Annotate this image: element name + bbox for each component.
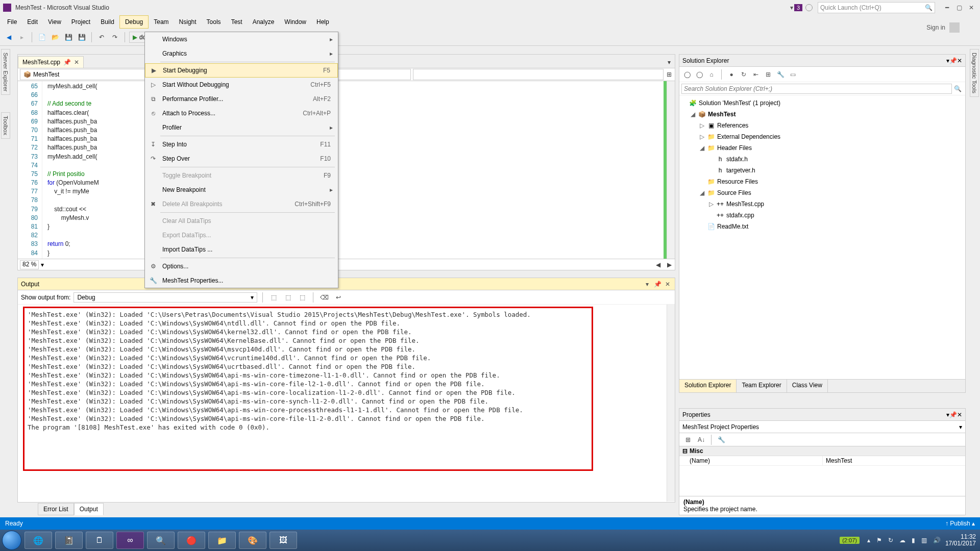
close-pane-icon[interactable]: ✕ (664, 280, 672, 288)
source-files-node[interactable]: Source Files (717, 189, 751, 196)
function-dropdown[interactable] (413, 69, 664, 80)
back-icon[interactable]: ◯ (682, 70, 692, 79)
code-content[interactable]: myMesh.add_cell( // Add second tehalffac… (42, 81, 675, 259)
system-clock[interactable]: 11:32 17/01/2017 (945, 534, 978, 547)
tray-volume-icon[interactable]: 🔊 (932, 537, 942, 544)
scope-dropdown[interactable]: 📦 MeshTest (20, 69, 158, 80)
stdafx-h-node[interactable]: stdafx.h (726, 156, 748, 163)
minimize-button[interactable]: ━ (941, 2, 952, 13)
output-tool-2[interactable]: ⬚ (282, 292, 293, 303)
project-node[interactable]: MeshTest (708, 111, 736, 118)
menu-nsight[interactable]: Nsight (174, 15, 202, 29)
tray-battery-icon[interactable]: ▮ (910, 537, 917, 544)
solution-tree[interactable]: 🧩Solution 'MeshTest' (1 project) ◢📦MeshT… (679, 95, 965, 379)
taskbar-app-2[interactable]: 🔴 (178, 532, 205, 549)
menu-item-import-datatips[interactable]: Import DataTips ... (145, 242, 338, 257)
toolbox-rail[interactable]: Toolbox (1, 112, 10, 139)
tab-error-list[interactable]: Error List (38, 503, 74, 515)
property-value[interactable]: MeshTest (822, 456, 965, 465)
taskbar-chrome[interactable]: 🌐 (24, 532, 52, 549)
home-icon[interactable]: ⌂ (707, 70, 716, 79)
solution-search-input[interactable] (681, 84, 952, 94)
editor-scrollbar[interactable] (667, 81, 675, 259)
tab-dropdown-icon[interactable]: ▾ (664, 57, 675, 68)
nav-back-button[interactable]: ◀ (3, 32, 14, 43)
properties-category[interactable]: ⊟ Misc (679, 446, 965, 456)
solution-root[interactable]: Solution 'MeshTest' (1 project) (699, 99, 780, 107)
menu-analyze[interactable]: Analyze (248, 15, 280, 29)
show-all-icon[interactable]: ⊞ (764, 70, 773, 79)
editor-nav-right-icon[interactable]: ▶ (664, 259, 675, 270)
taskbar-search[interactable]: 🔍 (147, 532, 175, 549)
redo-button[interactable]: ↷ (109, 32, 120, 43)
menu-help[interactable]: Help (311, 15, 334, 29)
notification-count[interactable]: 3 (794, 4, 802, 11)
output-clear-icon[interactable]: ⌫ (318, 292, 330, 303)
menu-file[interactable]: File (2, 15, 22, 29)
menu-item-start-debugging[interactable]: ▶Start DebuggingF5 (145, 63, 338, 78)
menu-window[interactable]: Window (279, 15, 311, 29)
properties-selector[interactable]: MeshTest Project Properties ▾ (679, 421, 965, 433)
alpha-sort-icon[interactable]: A↓ (696, 434, 707, 445)
pin-icon[interactable]: 📌 (653, 280, 662, 288)
menu-test[interactable]: Test (226, 15, 248, 29)
tray-sync-icon[interactable]: ↻ (887, 537, 895, 544)
menu-item-step-into[interactable]: ↧Step IntoF11 (145, 137, 338, 152)
output-tool-1[interactable]: ⬚ (268, 292, 279, 303)
resource-files-node[interactable]: Resource Files (717, 178, 758, 185)
tab-output[interactable]: Output (74, 503, 104, 515)
tray-flag-icon[interactable]: ⚑ (875, 537, 884, 544)
menu-item-meshtest-properties[interactable]: 🔧MeshTest Properties... (145, 273, 338, 288)
open-button[interactable]: 📂 (50, 32, 61, 43)
menu-view[interactable]: View (43, 15, 66, 29)
menu-tools[interactable]: Tools (202, 15, 226, 29)
references-node[interactable]: References (717, 122, 748, 129)
tab-solution-explorer[interactable]: Solution Explorer (679, 380, 737, 392)
collapse-icon[interactable]: ⊟ (682, 447, 688, 455)
battery-time[interactable]: (2:07) (840, 537, 860, 544)
document-tab[interactable]: MeshTest.cpp 📌 ✕ (18, 56, 84, 68)
close-tab-icon[interactable]: ✕ (74, 59, 79, 66)
external-deps-node[interactable]: External Dependencies (717, 133, 780, 140)
output-text[interactable]: 'MeshTest.exe' (Win32): Loaded 'C:\Users… (23, 307, 593, 471)
menu-item-attach-to-process[interactable]: ⎋Attach to Process...Ctrl+Alt+P (145, 106, 338, 120)
taskbar-app-1[interactable]: 📓 (55, 532, 83, 549)
expand-icon[interactable]: ◢ (699, 189, 705, 196)
menu-item-graphics[interactable]: Graphics▸ (145, 46, 338, 61)
output-tool-3[interactable]: ⬚ (297, 292, 308, 303)
stdafx-cpp-node[interactable]: stdafx.cpp (726, 212, 754, 219)
taskbar-explorer[interactable]: 📁 (208, 532, 236, 549)
undo-button[interactable]: ↶ (96, 32, 107, 43)
notification-flag-icon[interactable]: ▾ (790, 4, 793, 11)
collapse-icon[interactable]: ⇤ (751, 70, 761, 79)
new-project-button[interactable]: 📄 (36, 32, 47, 43)
taskbar-paint[interactable]: 🎨 (239, 532, 266, 549)
menu-item-performance-profiler[interactable]: ⧉Performance Profiler...Alt+F2 (145, 92, 338, 106)
maximize-button[interactable]: ▢ (953, 2, 965, 13)
output-wrap-icon[interactable]: ↩ (333, 292, 344, 303)
window-position-icon[interactable]: ▾ (643, 280, 651, 288)
close-button[interactable]: ✕ (966, 2, 977, 13)
server-explorer-rail[interactable]: Server Explorer (1, 49, 10, 95)
categorize-icon[interactable]: ⊞ (682, 434, 694, 445)
menu-item-windows[interactable]: Windows▸ (145, 32, 338, 46)
tab-class-view[interactable]: Class View (787, 380, 828, 392)
pin-icon[interactable]: 📌 (63, 59, 71, 66)
menu-item-new-breakpoint[interactable]: New Breakpoint▸ (145, 183, 338, 197)
menu-item-start-without-debugging[interactable]: ▷Start Without DebuggingCtrl+F5 (145, 78, 338, 92)
expand-icon[interactable]: ◢ (690, 111, 696, 118)
save-button[interactable]: 💾 (63, 32, 74, 43)
account-icon[interactable] (949, 22, 960, 33)
menu-build[interactable]: Build (95, 15, 119, 29)
save-all-button[interactable]: 💾 (76, 32, 87, 43)
menu-debug[interactable]: Debug (119, 15, 149, 29)
output-source-dropdown[interactable]: Debug ▾ (74, 292, 257, 303)
header-files-node[interactable]: Header Files (717, 144, 752, 152)
nav-fwd-button[interactable]: ▸ (16, 32, 28, 43)
meshtest-cpp-node[interactable]: MeshTest.cpp (726, 201, 764, 208)
properties-icon[interactable]: 🔧 (776, 70, 785, 79)
wrench-icon[interactable]: 🔧 (716, 434, 727, 445)
feedback-icon[interactable] (805, 4, 813, 11)
fwd-icon[interactable]: ◯ (695, 70, 704, 79)
expand-icon[interactable]: ▷ (708, 201, 714, 208)
